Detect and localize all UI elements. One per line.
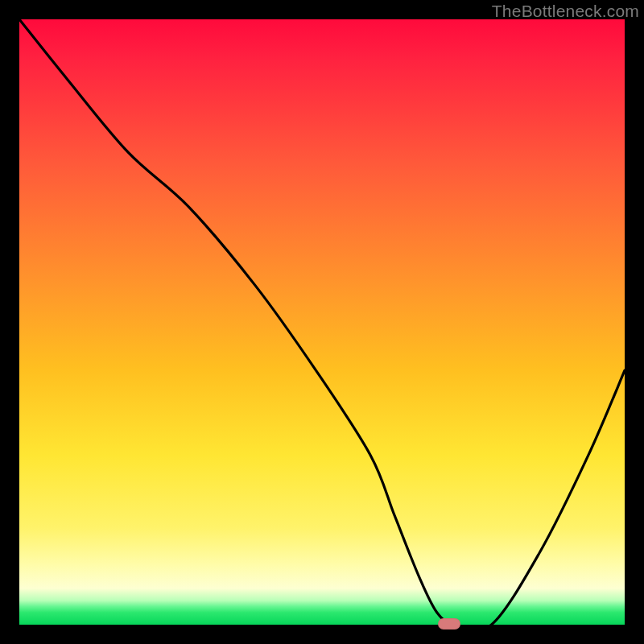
bottleneck-curve-path (19, 19, 625, 630)
chart-frame: TheBottleneck.com (0, 0, 644, 644)
watermark-text: TheBottleneck.com (492, 2, 639, 21)
plot-area (19, 19, 625, 625)
bottleneck-marker (438, 618, 460, 630)
curve-svg (19, 19, 625, 625)
